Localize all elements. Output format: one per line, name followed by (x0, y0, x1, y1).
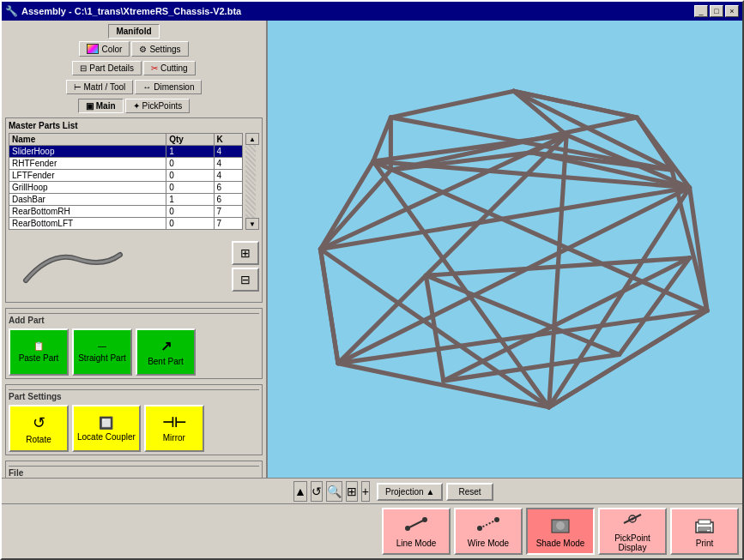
svg-line-22 (320, 250, 337, 364)
locate-coupler-button[interactable]: 🔲 Locate Coupler (72, 405, 141, 452)
main-label: Main (96, 101, 116, 111)
table-row[interactable]: RHTFender 0 4 (9, 158, 243, 170)
svg-rect-0 (9, 233, 137, 298)
viewport (268, 21, 742, 478)
cutting-tab[interactable]: ✂ Cutting (143, 61, 196, 75)
row-qty: 1 (166, 194, 214, 206)
cutting-label: Cutting (160, 63, 188, 73)
zoom-tool-button[interactable]: 🔍 (326, 481, 342, 502)
pickpoints-tab[interactable]: ✦ PickPoints (125, 99, 191, 113)
close-button[interactable]: × (725, 5, 739, 17)
minimize-button[interactable]: _ (694, 5, 708, 17)
svg-point-43 (632, 518, 634, 521)
wire-mode-button[interactable]: Wire Mode (454, 508, 523, 555)
add-part-title: Add Part (9, 313, 259, 325)
bent-icon: ↗ (160, 338, 172, 354)
line-mode-label: Line Mode (396, 539, 437, 548)
manifold-tab[interactable]: Manifold (108, 24, 159, 39)
parts-table-header: Name Qty K (9, 134, 243, 146)
row-name: GrillHoop (9, 182, 166, 194)
part-preview-svg (9, 233, 137, 298)
reset-label: Reset (458, 487, 481, 497)
parts-table-container: Name Qty K SliderHoop 1 4 (9, 133, 243, 230)
pickpoint-display-button[interactable]: PickPoint Display (598, 508, 667, 555)
left-panel: Manifold Color ⚙ Settings ⊟ Part Details (2, 21, 268, 478)
parts-icon-btn-1[interactable]: ⊞ (232, 241, 259, 265)
table-row[interactable]: RearBottomLFT 0 7 (9, 218, 243, 230)
paste-label: Paste Part (19, 353, 59, 363)
table-tool-btns: ⊞ ⊟ (232, 241, 259, 292)
color-icon (87, 44, 99, 54)
maximize-button[interactable]: □ (710, 5, 723, 17)
master-parts-title: Master Parts List (9, 121, 259, 130)
add-point-icon: + (362, 485, 369, 498)
settings-tab[interactable]: ⚙ Settings (131, 41, 188, 57)
row-name: RearBottomLFT (9, 218, 166, 230)
table-row[interactable]: LFTFender 0 4 (9, 170, 243, 182)
dimension-tab[interactable]: ↔ Dimension (135, 80, 202, 94)
mirror-label: Mirror (163, 433, 185, 443)
rotate-tool-button[interactable]: ↺ (311, 481, 323, 502)
parts-btn1-icon: ⊞ (240, 246, 251, 260)
part-settings-buttons: ↺ Rotate 🔲 Locate Coupler ⊣⊢ Mirror (9, 405, 259, 452)
scroll-down[interactable]: ▼ (245, 218, 259, 230)
main-content: Manifold Color ⚙ Settings ⊟ Part Details (2, 21, 742, 478)
table-row[interactable]: DashBar 1 6 (9, 194, 243, 206)
paste-part-button[interactable]: 📋 Paste Part (9, 328, 69, 376)
table-row[interactable]: RearBottomRH 0 7 (9, 206, 243, 218)
bent-part-button[interactable]: ↗ Bent Part (136, 328, 196, 376)
add-point-button[interactable]: + (361, 481, 370, 502)
print-icon (692, 515, 717, 537)
rotate-view-icon: ↺ (312, 485, 322, 498)
row-name: RearBottomRH (9, 206, 166, 218)
part-details-tab[interactable]: ⊟ Part Details (72, 61, 142, 75)
row-qty: 0 (166, 170, 214, 182)
main-pickpoints-row: ▣ Main ✦ PickPoints (5, 99, 263, 113)
col-k: K (214, 134, 242, 146)
row-name: RHTFender (9, 158, 166, 170)
part-preview (9, 233, 228, 299)
rotate-icon: ↺ (33, 413, 45, 432)
color-tab[interactable]: Color (79, 41, 130, 57)
row-k: 4 (214, 146, 242, 158)
manifold-tab-container: Manifold (5, 24, 263, 39)
print-button[interactable]: Print (670, 508, 739, 555)
wire-mode-label: Wire Mode (468, 539, 509, 548)
table-row[interactable]: GrillHoop 0 6 (9, 182, 243, 194)
rotate-button[interactable]: ↺ Rotate (9, 405, 69, 452)
table-row[interactable]: SliderHoop 1 4 (9, 146, 243, 158)
scroll-track (245, 145, 256, 218)
parts-icon-btn-2[interactable]: ⊟ (232, 268, 259, 292)
matrl-label: Matrl / Tool (84, 82, 126, 92)
part-details-label: Part Details (89, 63, 134, 73)
title-bar: 🔧 Assembly - C:\1_trans\XtremeRS_Chassis… (2, 2, 742, 21)
add-part-buttons: 📋 Paste Part — Straight Part ↗ Bent Part (9, 328, 259, 376)
bent-label: Bent Part (148, 357, 184, 366)
projection-button[interactable]: Projection ▲ (377, 483, 443, 501)
row-qty: 0 (166, 158, 214, 170)
row-k: 6 (214, 194, 242, 206)
select-tool-button[interactable]: ▲ (293, 481, 307, 502)
reset-button[interactable]: Reset (446, 483, 493, 501)
partdetails-cutting-row: ⊟ Part Details ✂ Cutting (5, 61, 263, 75)
row-k: 4 (214, 158, 242, 170)
color-settings-row: Color ⚙ Settings (5, 41, 263, 57)
col-qty: Qty (166, 134, 214, 146)
fit-tool-button[interactable]: ⊞ (346, 481, 358, 502)
dimension-label: Dimension (154, 82, 194, 92)
matrl-icon: ⊢ (74, 82, 82, 92)
matrl-tool-tab[interactable]: ⊢ Matrl / Tool (66, 80, 134, 94)
mirror-button[interactable]: ⊣⊢ Mirror (144, 405, 204, 452)
shade-mode-label: Shade Mode (536, 539, 585, 548)
row-name: DashBar (9, 194, 166, 206)
straight-part-button[interactable]: — Straight Part (72, 328, 132, 376)
parts-scrollbar[interactable]: ▲ ▼ (245, 133, 259, 230)
main-tab[interactable]: ▣ Main (78, 99, 124, 113)
row-k: 7 (214, 206, 242, 218)
scroll-up[interactable]: ▲ (245, 133, 259, 145)
shade-mode-button[interactable]: Shade Mode (526, 508, 595, 555)
shade-mode-icon (547, 515, 573, 537)
line-mode-button[interactable]: Line Mode (382, 508, 451, 555)
title-buttons: _ □ × (694, 5, 739, 17)
bottom-area: ▲ ↺ 🔍 ⊞ + Projection ▲ Reset (2, 478, 742, 558)
